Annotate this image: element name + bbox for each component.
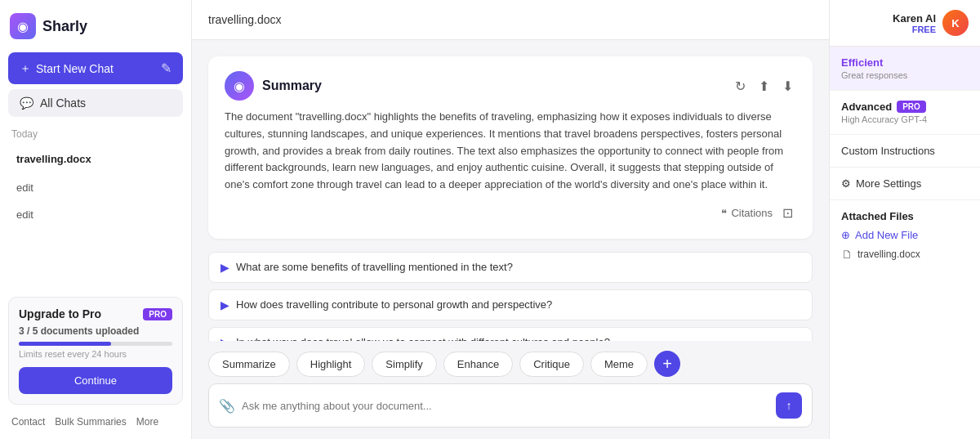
citation-icon: ❝ (721, 207, 727, 219)
chat-area: ◉ Summary ↻ ⬆ ⬇ The document "travelling… (192, 40, 829, 341)
summarize-button[interactable]: Summarize (208, 352, 290, 377)
reset-text: Limits reset every 24 hours (19, 349, 172, 359)
summary-text: The document "travelling.docx" highlight… (225, 109, 796, 194)
suggestion-text-2: How does travelling contribute to person… (236, 298, 552, 311)
action-toolbar: Summarize Highlight Simplify Enhance Cri… (192, 341, 829, 383)
summary-card: ◉ Summary ↻ ⬆ ⬇ The document "travelling… (208, 56, 813, 239)
refresh-button[interactable]: ↻ (732, 75, 749, 97)
mode-advanced-title: Advanced (841, 101, 892, 113)
docs-suffix: documents uploaded (41, 325, 140, 337)
more-settings-button[interactable]: ⚙ More Settings (830, 168, 980, 200)
docs-info: 3 / 5 documents uploaded (19, 325, 172, 337)
logo-symbol: ◉ (17, 19, 29, 34)
attached-files-section: Attached Files ⊕ Add New File 🗋 travelli… (830, 200, 980, 271)
new-chat-button[interactable]: ＋ Start New Chat ✎ (8, 52, 183, 84)
user-info: Karen Al FREE (893, 12, 936, 34)
arrow-icon-1: ▶ (220, 261, 229, 274)
user-header: Karen Al FREE K (830, 0, 980, 47)
advanced-pro-badge: PRO (897, 101, 926, 113)
attached-files-title: Attached Files (841, 210, 969, 222)
user-avatar: K (942, 10, 969, 36)
more-link[interactable]: More (136, 416, 158, 428)
file-name: travelling.docx (858, 249, 920, 260)
user-plan: FREE (893, 25, 936, 34)
suggestion-item-3[interactable]: ▶ In what ways does travel allow us to c… (208, 327, 813, 341)
chat-item-edit-2[interactable]: edit (8, 204, 183, 226)
chat-item-edit-1[interactable]: edit (8, 177, 183, 199)
pro-badge: PRO (143, 308, 172, 320)
all-chats-label: All Chats (40, 96, 86, 110)
all-chats-button[interactable]: 💬 All Chats (8, 89, 183, 117)
custom-instructions-button[interactable]: Custom Instructions (830, 135, 980, 168)
download-button[interactable]: ⬇ (779, 75, 796, 97)
plus-circle-icon: ⊕ (841, 229, 850, 241)
mode-advanced[interactable]: Advanced PRO High Accuracy GPT-4 (830, 91, 980, 135)
progress-bar-bg (19, 342, 172, 346)
bulk-summaries-link[interactable]: Bulk Summaries (55, 416, 126, 428)
simplify-button[interactable]: Simplify (372, 352, 437, 377)
plus-icon: ＋ (20, 61, 31, 76)
mode-efficient[interactable]: Efficient Great responses (830, 47, 980, 91)
copy-button[interactable]: ⊡ (779, 202, 796, 224)
gear-icon: ⚙ (841, 177, 851, 190)
right-panel: Karen Al FREE K Efficient Great response… (829, 0, 980, 439)
mode-efficient-title: Efficient (841, 56, 969, 69)
more-settings-label: More Settings (856, 177, 921, 190)
new-chat-label: Start New Chat (36, 62, 114, 75)
docs-count: 3 / 5 (19, 325, 38, 337)
progress-bar-fill (19, 342, 111, 346)
footer-links: Contact Bulk Summaries More (8, 410, 183, 429)
input-wrapper: 📎 ↑ (208, 383, 813, 428)
suggestions-list: ▶ What are some benefits of travelling m… (208, 249, 813, 341)
mode-efficient-subtitle: Great responses (841, 70, 969, 80)
summary-title: Summary (262, 78, 322, 93)
user-name: Karen Al (893, 12, 936, 25)
suggestion-text-1: What are some benefits of travelling men… (236, 261, 513, 273)
citations-label: Citations (731, 207, 773, 219)
app-title: Sharly (42, 18, 87, 35)
mode-advanced-subtitle: High Accuracy GPT-4 (841, 114, 969, 124)
meme-button[interactable]: Meme (590, 352, 648, 377)
doc-title: travelling.docx (208, 13, 282, 26)
share-button[interactable]: ⬆ (755, 75, 773, 97)
logo-icon: ◉ (10, 13, 36, 39)
input-area: 📎 ↑ (192, 383, 829, 439)
chat-item-travelling[interactable]: travelling.docx (8, 146, 183, 172)
logo-area: ◉ Sharly (8, 10, 183, 47)
main-content: travelling.docx ◉ Summary ↻ ⬆ ⬇ The docu… (192, 0, 829, 439)
critique-button[interactable]: Critique (519, 352, 584, 377)
highlight-button[interactable]: Highlight (296, 352, 366, 377)
chat-input[interactable] (242, 400, 769, 412)
upgrade-title: Upgrade to Pro (19, 307, 101, 320)
chat-icon: 💬 (20, 96, 33, 110)
send-button[interactable]: ↑ (776, 392, 802, 419)
suggestion-item-2[interactable]: ▶ How does travelling contribute to pers… (208, 289, 813, 320)
sidebar: ◉ Sharly ＋ Start New Chat ✎ 💬 All Chats … (0, 0, 192, 439)
section-today: Today (8, 125, 183, 141)
contact-link[interactable]: Contact (11, 416, 45, 428)
add-file-label: Add New File (855, 229, 918, 241)
citations-button[interactable]: ❝ Citations (721, 207, 773, 219)
enhance-button[interactable]: Enhance (443, 352, 513, 377)
edit-icon: ✎ (161, 60, 172, 76)
file-icon: 🗋 (841, 248, 853, 261)
suggestion-item-1[interactable]: ▶ What are some benefits of travelling m… (208, 252, 813, 283)
more-tools-button[interactable]: + (654, 351, 680, 377)
add-file-button[interactable]: ⊕ Add New File (841, 229, 918, 241)
doc-avatar: ◉ (225, 71, 254, 101)
upgrade-box: Upgrade to Pro PRO 3 / 5 documents uploa… (8, 297, 183, 405)
arrow-icon-2: ▶ (220, 298, 229, 311)
continue-button[interactable]: Continue (19, 367, 172, 394)
file-item: 🗋 travelling.docx (841, 248, 969, 261)
main-header: travelling.docx (192, 0, 829, 40)
attach-icon[interactable]: 📎 (219, 398, 235, 414)
